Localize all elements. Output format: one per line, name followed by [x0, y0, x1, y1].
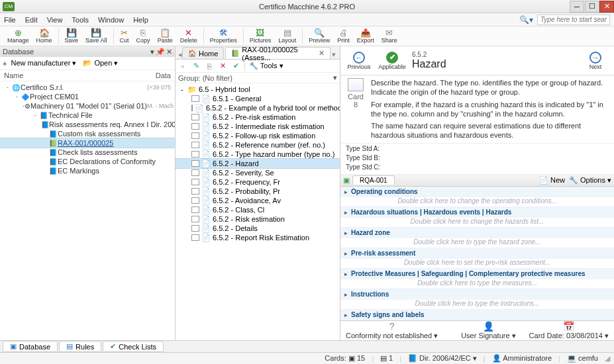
list-item[interactable]: 📄6.5.2 - Hazard — [176, 159, 340, 168]
tree-item[interactable]: 📘Risk assessments req. Annex I Dir. 2006… — [0, 120, 175, 129]
search-input[interactable] — [537, 15, 610, 25]
list-item[interactable]: 📄6.5.2 - Severity, Se — [176, 168, 340, 177]
dropdown-icon[interactable]: ▾ — [150, 48, 154, 56]
rqa-tab[interactable]: RQA-001 — [352, 175, 395, 185]
section-header[interactable]: ▸Safety signs and labels — [340, 310, 614, 320]
tool-check-icon[interactable]: ✔ — [231, 62, 240, 70]
menu-file[interactable]: File — [4, 16, 16, 24]
add-icon[interactable]: + — [3, 60, 7, 68]
next-button[interactable]: →Next — [582, 52, 609, 70]
tab-menu-icon[interactable]: ▾ — [332, 50, 340, 59]
section-header[interactable]: ▸Instructions — [340, 289, 614, 300]
tree-item[interactable]: -⚙Machinery 01 "Model 01" (Serial 01)M. … — [0, 101, 175, 111]
pictures-button[interactable]: 🖼Pictures — [246, 26, 275, 46]
tree-item[interactable]: 📗RAX-001/000025 — [0, 138, 175, 148]
list-item[interactable]: 📄6.5.2 - Pre-risk estimation — [176, 113, 340, 122]
options-button[interactable]: 🔧 Options ▾ — [569, 176, 611, 185]
tree-item[interactable]: 📘Check lists assessments — [0, 148, 175, 157]
tool-edit-icon[interactable]: ✎ — [191, 62, 201, 70]
tree-item[interactable]: 📘EC Declarations of Conformity — [0, 157, 175, 166]
section-placeholder[interactable]: Double click here to set the pre-risk as… — [340, 259, 614, 268]
tab-assessment[interactable]: 📗RAX-001/000025 (Asses...✕ — [225, 47, 331, 59]
section-header[interactable]: ▸Hazardous situations | Hazardous events… — [340, 207, 614, 218]
tab-home[interactable]: 🏠Home — [182, 47, 224, 59]
menu-tools[interactable]: Tools — [72, 16, 89, 24]
tree-item[interactable]: -📘Technical File — [0, 111, 175, 120]
tab-rules[interactable]: ▤Rules — [59, 341, 101, 352]
center-tree[interactable]: -📁6.5 - Hybrid tool📄6.5.1 - General📄6.5.… — [176, 83, 340, 340]
save-all-button[interactable]: 💾Save All — [82, 26, 111, 46]
export-button[interactable]: 📤Export — [354, 26, 378, 46]
list-item[interactable]: 📄6.5.2 - Avoidance, Av — [176, 196, 340, 205]
preview-button[interactable]: 🔍Preview — [305, 26, 333, 46]
home-button[interactable]: 🏠Home — [33, 26, 56, 46]
list-item[interactable]: 📄6.5.2 - Example of a hybrid tool or met… — [176, 103, 340, 113]
cut-button[interactable]: ✂Cut — [117, 26, 132, 46]
list-item[interactable]: 📄6.5.1 - General — [176, 94, 340, 103]
copy-button[interactable]: ⎘Copy — [133, 26, 154, 46]
tree-item[interactable]: -🌐Certifico S.r.l.(+39 075 — [0, 83, 175, 92]
list-item[interactable]: -📁6.5 - Hybrid tool — [176, 85, 340, 94]
list-item[interactable]: 📄6.5.2 - Intermediate risk estimation — [176, 122, 340, 131]
group-dropdown-icon[interactable]: ▾ — [333, 73, 337, 82]
section-placeholder[interactable]: Double click here to change the hazards … — [340, 218, 614, 227]
properties-button[interactable]: 🛠Properties — [207, 26, 240, 46]
tree-item[interactable]: 📘Custom risk assessments — [0, 129, 175, 138]
tree-item[interactable]: 📘EC Markings — [0, 166, 175, 175]
tool-delete-icon[interactable]: ✕ — [218, 62, 227, 70]
list-item[interactable]: 📄6.5.2 - Follow-up risk estimation — [176, 131, 340, 140]
column-name[interactable]: Name — [4, 71, 156, 79]
section-header[interactable]: ▸Protective Measures | Safeguarding | Co… — [340, 269, 614, 279]
open-dropdown[interactable]: 📂 Open ▾ — [83, 59, 118, 68]
window-minimize-button[interactable]: ─ — [570, 1, 584, 13]
section-placeholder[interactable]: Double click here to change the operatin… — [340, 197, 614, 206]
window-maximize-button[interactable]: ☐ — [585, 1, 599, 13]
menu-window[interactable]: Window — [98, 16, 124, 24]
section-placeholder[interactable]: Double click here to type the hazard zon… — [340, 238, 614, 248]
list-item[interactable]: 📄6.5.2 - Reference number (ref. no.) — [176, 140, 340, 150]
status-resize-grip-icon[interactable]: ◢ — [605, 354, 610, 363]
print-button[interactable]: 🖨Print — [334, 26, 353, 46]
database-tree[interactable]: -🌐Certifico S.r.l.(+39 075-🔷Project CEM0… — [0, 81, 175, 340]
list-item[interactable]: 📄6.5.2 - Details — [176, 224, 340, 233]
group-filter[interactable]: Group: (No filter) — [178, 74, 232, 82]
search-icon[interactable]: 🔍▾ — [519, 15, 533, 24]
applicable-button[interactable]: ✔Applicable — [379, 52, 405, 70]
share-button[interactable]: ✉Share — [378, 26, 401, 46]
manage-button[interactable]: ⊕Manage — [4, 26, 32, 46]
list-item[interactable]: 📄6.5.2 - Report Risk Estimation — [176, 233, 340, 242]
list-item[interactable]: 📄6.5.2 - Type hazard number (type no.) — [176, 150, 340, 159]
window-close-button[interactable]: ✕ — [599, 1, 614, 13]
list-item[interactable]: 📄6.5.2 - Class, Cl — [176, 205, 340, 214]
tool-copy-icon[interactable]: ⎘ — [205, 62, 214, 70]
conformity-status[interactable]: ?Conformity not established ▾ — [346, 321, 438, 340]
paste-button[interactable]: 📋Paste — [154, 26, 176, 46]
list-item[interactable]: 📄6.5.2 - Probability, Pr — [176, 187, 340, 196]
tree-item[interactable]: -🔷Project CEM01 — [0, 92, 175, 101]
tools-dropdown[interactable]: 🔧 Tools ▾ — [249, 62, 283, 70]
list-item[interactable]: 📄6.5.2 - Frequency, Fr — [176, 177, 340, 187]
layout-button[interactable]: ▤Layout — [275, 26, 299, 46]
menu-edit[interactable]: Edit — [25, 16, 38, 24]
section-header[interactable]: ▸Pre-risk assessment — [340, 248, 614, 259]
new-manufacturer-dropdown[interactable]: New manufacturer ▾ — [11, 59, 76, 68]
section-placeholder[interactable]: Double click here to type the instructio… — [340, 300, 614, 309]
section-header[interactable]: ▸Operating conditions — [340, 187, 614, 197]
save-button[interactable]: 💾Save — [62, 26, 82, 46]
pin-icon[interactable]: 📌 — [156, 48, 165, 56]
tab-checklists[interactable]: ✔Check Lists — [103, 341, 164, 352]
tab-database[interactable]: ▣Database — [3, 341, 58, 352]
menu-help[interactable]: Help — [133, 16, 148, 24]
card-date[interactable]: 📅Card Date: 03/08/2014 ▾ — [529, 321, 609, 340]
tab-close-icon[interactable]: ✕ — [319, 49, 325, 58]
column-data[interactable]: Data — [156, 71, 171, 79]
section-header[interactable]: ▸Hazard zone — [340, 228, 614, 238]
section-placeholder[interactable]: Double click here to type the measures..… — [340, 279, 614, 289]
menu-view[interactable]: View — [47, 16, 63, 24]
new-button[interactable]: 📄 New — [539, 176, 565, 185]
delete-button[interactable]: ✕Delete — [177, 26, 201, 46]
tool-blank-icon[interactable]: ▫ — [178, 62, 187, 70]
list-item[interactable]: 📄6.5.2 - Risk estimation — [176, 214, 340, 224]
previous-button[interactable]: ←Previous — [346, 52, 372, 70]
close-icon[interactable]: ✕ — [166, 48, 172, 56]
